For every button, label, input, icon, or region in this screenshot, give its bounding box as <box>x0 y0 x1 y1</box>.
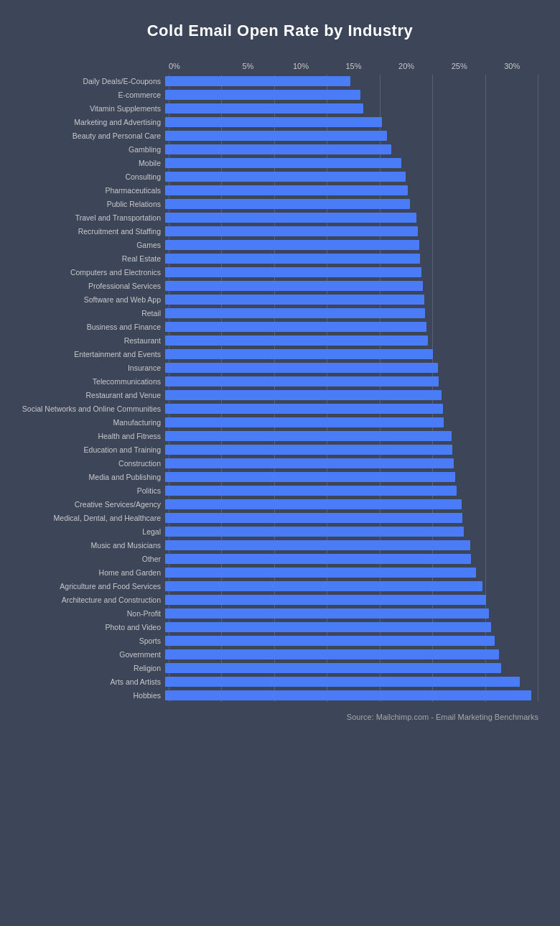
bar-row: Construction <box>14 457 546 470</box>
bar-fill <box>165 117 382 127</box>
bar-fill <box>165 172 406 182</box>
bar-fill <box>165 131 387 141</box>
bar-fill <box>165 158 401 168</box>
bar-row: Games <box>14 239 546 251</box>
bar-label: Media and Publishing <box>14 473 165 481</box>
bar-label: Construction <box>14 459 165 468</box>
bar-track <box>165 335 538 346</box>
bar-row: Non-Profit <box>14 607 546 620</box>
bar-fill <box>165 649 499 659</box>
bar-row: Consulting <box>14 170 546 183</box>
bar-track <box>165 540 538 550</box>
x-axis-label: 25% <box>433 62 486 70</box>
bar-fill <box>165 213 416 223</box>
bar-track <box>165 404 538 414</box>
bar-fill <box>165 295 424 305</box>
bar-row: Architecture and Construction <box>14 593 546 606</box>
bar-label: Hobbies <box>14 691 165 700</box>
bar-fill <box>165 267 421 277</box>
bar-fill <box>165 458 454 468</box>
bar-track <box>165 199 538 209</box>
bar-label: Business and Finance <box>14 323 165 331</box>
bar-fill <box>165 663 501 673</box>
bar-label: Photo and Video <box>14 623 165 631</box>
bar-row: Real Estate <box>14 252 546 265</box>
bar-label: Marketing and Advertising <box>14 118 165 126</box>
bar-label: Professional Services <box>14 282 165 290</box>
bar-fill <box>165 363 438 373</box>
bar-row: Mobile <box>14 157 546 170</box>
bar-row: Social Networks and Online Communities <box>14 402 546 415</box>
bar-row: Arts and Artists <box>14 675 546 688</box>
bar-label: Government <box>14 650 165 659</box>
bar-row: Public Relations <box>14 198 546 210</box>
bar-fill <box>165 335 428 346</box>
bar-fill <box>165 240 419 250</box>
bar-track <box>165 103 538 114</box>
bar-fill <box>165 185 408 195</box>
bar-row: Restaurant and Venue <box>14 389 546 402</box>
bars-area: Daily Deals/E-CouponsE-commerceVitamin S… <box>14 75 546 702</box>
bar-track <box>165 213 538 223</box>
bar-fill <box>165 226 418 236</box>
bar-row: Beauty and Personal Care <box>14 129 546 142</box>
bar-label: Gambling <box>14 145 165 154</box>
source-text: Source: Mailchimp.com - Email Marketing … <box>14 713 546 721</box>
bar-track <box>165 636 538 646</box>
bar-label: Pharmaceuticals <box>14 186 165 195</box>
bar-label: Sports <box>14 636 165 645</box>
bar-fill <box>165 376 439 386</box>
bar-row: Media and Publishing <box>14 471 546 483</box>
bar-label: Medical, Dental, and Healthcare <box>14 514 165 522</box>
bar-track <box>165 254 538 264</box>
bar-label: Health and Fitness <box>14 432 165 440</box>
x-axis-label: 20% <box>380 62 433 70</box>
bar-row: Creative Services/Agency <box>14 498 546 511</box>
bar-label: Public Relations <box>14 200 165 208</box>
bar-fill <box>165 390 442 400</box>
bar-label: Mobile <box>14 159 165 167</box>
bar-track <box>165 240 538 250</box>
bar-track <box>165 349 538 359</box>
bar-row: Gambling <box>14 143 546 156</box>
bar-row: Legal <box>14 525 546 538</box>
bar-track <box>165 158 538 168</box>
bar-track <box>165 649 538 659</box>
bar-label: Games <box>14 241 165 249</box>
bar-row: Daily Deals/E-Coupons <box>14 75 546 88</box>
x-axis-label: 10% <box>274 62 327 70</box>
bar-row: Pharmaceuticals <box>14 184 546 197</box>
bar-track <box>165 322 538 332</box>
bar-label: Legal <box>14 527 165 536</box>
bar-fill <box>165 199 410 209</box>
bar-row: Health and Fitness <box>14 430 546 443</box>
bar-track <box>165 308 538 318</box>
bar-fill <box>165 76 350 86</box>
bar-fill <box>165 431 452 441</box>
bar-track <box>165 499 538 509</box>
bar-fill <box>165 554 471 564</box>
bar-row: Medical, Dental, and Healthcare <box>14 511 546 524</box>
bar-track <box>165 267 538 277</box>
bar-fill <box>165 527 464 537</box>
x-axis-label: 0% <box>169 62 222 70</box>
bar-fill <box>165 103 363 114</box>
bar-label: Non-Profit <box>14 609 165 618</box>
bar-label: Recruitment and Staffing <box>14 227 165 236</box>
bar-row: Religion <box>14 662 546 675</box>
bar-label: Travel and Transportation <box>14 213 165 222</box>
bar-row: Music and Musicians <box>14 539 546 552</box>
bar-label: Social Networks and Online Communities <box>14 404 165 413</box>
bar-track <box>165 417 538 427</box>
bar-row: Government <box>14 648 546 661</box>
bar-track <box>165 458 538 468</box>
bar-label: Education and Training <box>14 445 165 454</box>
bar-fill <box>165 417 444 427</box>
bar-track <box>165 445 538 455</box>
bar-track <box>165 390 538 400</box>
bar-track <box>165 295 538 305</box>
bar-track <box>165 663 538 673</box>
x-axis: 0%5%10%15%20%25%30% <box>169 62 538 70</box>
x-axis-label: 5% <box>222 62 275 70</box>
bar-fill <box>165 540 470 550</box>
